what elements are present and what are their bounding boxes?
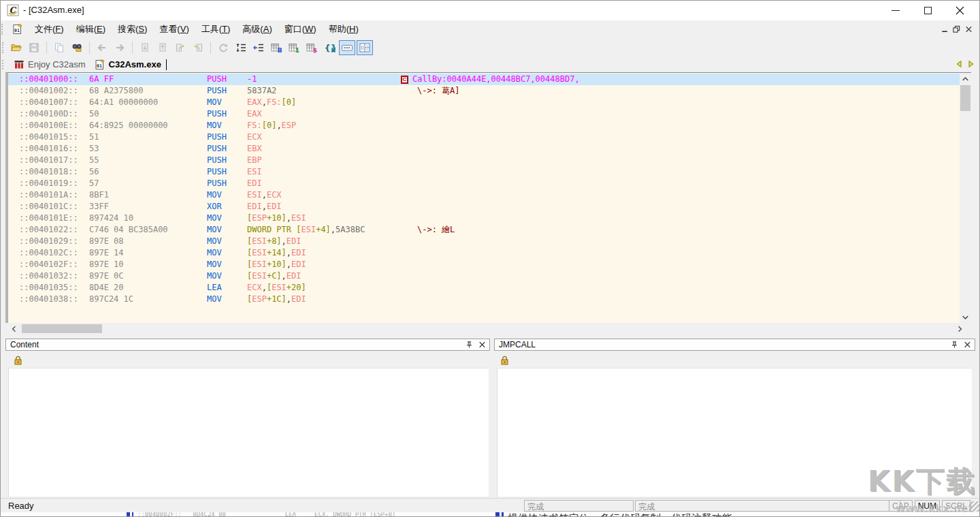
close-button[interactable] xyxy=(944,0,975,20)
address-cell: ::0040102F:: xyxy=(19,259,78,270)
operand-token: , xyxy=(262,283,267,292)
jmpcall-panel-body[interactable] xyxy=(497,368,972,497)
minimize-button[interactable] xyxy=(880,0,911,20)
indent-view-button[interactable] xyxy=(250,40,267,55)
tab-c32asm-exe[interactable]: 01C32Asm.exe xyxy=(90,57,171,72)
panes-toggle-button[interactable] xyxy=(357,40,373,55)
operand-token: +10] xyxy=(267,213,287,223)
disasm-row[interactable]: ::0040101C::33FFXOREDI,EDI xyxy=(8,201,960,213)
copy-button[interactable] xyxy=(51,40,67,55)
menu-item-window[interactable]: 窗口(W) xyxy=(278,22,323,37)
mdi-minimize-button[interactable] xyxy=(940,25,950,34)
hex-bytes-cell: 53 xyxy=(89,143,99,155)
disasm-row[interactable]: ::00401016::53PUSHEBX xyxy=(8,143,960,155)
toolbar-grip[interactable] xyxy=(2,42,3,53)
disassembly-rows: ::00401000::6A FFPUSH-1CCallBy:0040A44E,… xyxy=(8,74,960,305)
address-cell: ::00401015:: xyxy=(19,131,78,143)
resize-grip[interactable] xyxy=(969,501,979,512)
operands-cell: [ESP+10],ESI xyxy=(247,213,306,224)
mdi-restore-button[interactable] xyxy=(951,25,962,34)
comment-cell: CCallBy:0040A44E,00448BC7,00448BD7, xyxy=(401,74,580,85)
maximize-button[interactable] xyxy=(912,0,943,20)
menubar-grip[interactable] xyxy=(1,24,3,35)
background-window-strip: ::0040802F:: 8D4C24 08 LEA ECX, DWORD PT… xyxy=(0,512,980,517)
disasm-row[interactable]: ::00401002::68 A2375800PUSH5837A2\->: 葛A… xyxy=(8,85,960,97)
tab-scroll-left-button[interactable] xyxy=(954,59,964,69)
disasm-row[interactable]: ::0040102C::897E 14MOV[ESI+14],EDI xyxy=(8,247,960,259)
info-bar-toggle-button[interactable] xyxy=(339,40,355,55)
hex-edit-s-button[interactable]: $ xyxy=(304,40,320,55)
disasm-row[interactable]: ::00401007::64:A1 00000000MOVEAX,FS:[0] xyxy=(8,97,960,108)
disasm-row[interactable]: ::00401035::8D4E 20LEAECX,[ESI+20] xyxy=(8,282,960,294)
disasm-row[interactable]: ::0040101E::897424 10MOV[ESP+10],ESI xyxy=(8,213,960,224)
disasm-row[interactable]: ::00401015::51PUSHECX xyxy=(8,131,960,143)
horizontal-scrollbar[interactable] xyxy=(5,323,971,334)
disasm-row[interactable]: ::0040100E::64:8925 00000000MOVFS:[0],ES… xyxy=(8,120,960,131)
disasm-row[interactable]: ::00401022::C746 04 BC385A00MOVDWORD PTR… xyxy=(8,224,960,236)
save-button[interactable] xyxy=(26,40,42,55)
prev-proc-button[interactable] xyxy=(137,40,153,55)
find-button[interactable] xyxy=(69,40,85,55)
content-panel-header[interactable]: Content xyxy=(5,339,490,351)
scroll-left-button[interactable] xyxy=(8,323,20,334)
jmpcall-close-button[interactable] xyxy=(962,340,973,349)
jmpcall-pin-button[interactable] xyxy=(949,340,960,349)
menu-item-search[interactable]: 搜索(S) xyxy=(112,22,153,37)
mnemonic-cell: MOV xyxy=(207,189,222,201)
horizontal-scrollbar-thumb[interactable] xyxy=(22,324,102,333)
lock-icon[interactable] xyxy=(499,354,510,366)
disasm-row[interactable]: ::00401032::897E 0CMOV[ESI+C],EDI xyxy=(8,270,960,282)
tab-scroll-right-button[interactable] xyxy=(966,59,976,69)
forward-button[interactable] xyxy=(112,40,128,55)
menu-item-tools[interactable]: 工具(T) xyxy=(195,22,237,37)
disasm-row[interactable]: ::00401017::55PUSHEBP xyxy=(8,155,960,166)
disasm-row[interactable]: ::00401018::56PUSHESI xyxy=(8,166,960,178)
disasm-row[interactable]: ::0040102F::897E 10MOV[ESI+10],EDI xyxy=(8,259,960,270)
disasm-row[interactable]: ::00401029::897E 08MOV[ESI+8],EDI xyxy=(8,236,960,247)
vertical-scrollbar-thumb[interactable] xyxy=(960,85,970,111)
tabbar-grip[interactable] xyxy=(2,60,3,69)
scroll-right-button[interactable] xyxy=(954,323,966,334)
scroll-up-button[interactable] xyxy=(960,73,971,84)
address-cell: ::00401022:: xyxy=(19,224,78,236)
mnemonic-cell: MOV xyxy=(207,224,222,236)
panes-icon xyxy=(359,42,371,54)
operand-token: EDI xyxy=(291,260,306,269)
operand-token: ECX xyxy=(247,283,262,292)
goto-list-button[interactable] xyxy=(233,40,249,55)
back-button[interactable] xyxy=(94,40,110,55)
content-panel-body[interactable] xyxy=(8,368,489,497)
content-close-button[interactable] xyxy=(477,340,487,349)
refresh-button[interactable] xyxy=(215,40,231,55)
jump-back-button[interactable] xyxy=(190,40,206,55)
menu-item-edit[interactable]: 编辑(E) xyxy=(70,22,112,37)
app-icon: C xyxy=(7,4,19,16)
vertical-scrollbar[interactable] xyxy=(960,73,971,323)
disasm-row[interactable]: ::00401019::57PUSHEDI xyxy=(8,178,960,189)
operand-token: ECX xyxy=(267,190,282,200)
jmpcall-panel-header[interactable]: JMPCALL xyxy=(494,339,975,351)
disassembly-view[interactable]: ::00401000::6A FFPUSH-1CCallBy:0040A44E,… xyxy=(5,72,971,323)
disasm-row[interactable]: ::0040101A::8BF1MOVESI,ECX xyxy=(8,189,960,201)
menu-item-view[interactable]: 查看(V) xyxy=(153,22,195,37)
mdi-close-button[interactable] xyxy=(964,25,974,34)
disasm-row[interactable]: ::00401038::897C24 1CMOV[ESP+1C],EDI xyxy=(8,294,960,305)
operand-token: ESI xyxy=(247,190,262,200)
hex-edit-b-button[interactable]: B xyxy=(268,40,284,55)
hex-edit-1-button[interactable]: 1 xyxy=(286,40,302,55)
content-pin-button[interactable] xyxy=(464,340,474,349)
next-proc-button[interactable] xyxy=(154,40,171,55)
document-icon: 01 xyxy=(12,23,24,35)
menu-item-help[interactable]: 帮助(H) xyxy=(323,22,365,37)
scroll-down-button[interactable] xyxy=(960,311,971,323)
lock-icon[interactable] xyxy=(12,354,23,366)
braces-h-button[interactable]: {}H xyxy=(321,40,338,55)
tab-enjoy-c32asm[interactable]: Enjoy C32asm xyxy=(9,57,90,72)
disasm-row[interactable]: ::0040100D::50PUSHEAX xyxy=(8,108,960,120)
address-cell: ::0040101A:: xyxy=(19,189,78,201)
menu-item-file[interactable]: 文件(F) xyxy=(29,22,70,37)
jump-forward-button[interactable] xyxy=(172,40,189,55)
disasm-row[interactable]: ::00401000::6A FFPUSH-1CCallBy:0040A44E,… xyxy=(8,74,960,85)
open-file-button[interactable] xyxy=(8,40,24,55)
menu-item-advanced[interactable]: 高级(A) xyxy=(236,22,278,37)
